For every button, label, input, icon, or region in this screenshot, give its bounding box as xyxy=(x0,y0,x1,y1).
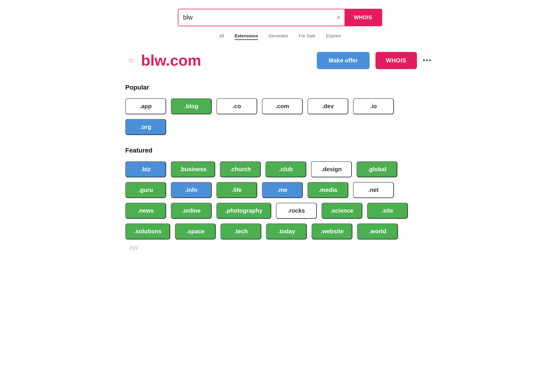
search-whois-button[interactable]: WHOIS xyxy=(345,9,382,26)
ext-world[interactable]: .world xyxy=(357,223,398,239)
ext-rocks[interactable]: .rocks xyxy=(276,203,317,219)
ext-life[interactable]: .life xyxy=(216,182,257,198)
ext-biz[interactable]: .biz xyxy=(125,161,166,177)
nav-tabs: All Extensions Generator For Sale Expire… xyxy=(125,33,435,40)
domain-result-row: ☆ blw.com Make offer WHOIS ••• xyxy=(125,52,435,69)
ext-space[interactable]: .space xyxy=(175,223,216,239)
tab-expired[interactable]: Expired xyxy=(326,33,341,40)
featured-section: Featured .biz .business .church .club .d… xyxy=(125,147,435,251)
ext-photography[interactable]: .photography xyxy=(216,203,271,219)
ext-co[interactable]: .co xyxy=(216,98,257,114)
ext-app[interactable]: .app xyxy=(125,98,166,114)
ext-dev[interactable]: .dev xyxy=(307,98,348,114)
ext-com[interactable]: .com xyxy=(262,98,303,114)
tab-extensions[interactable]: Extensions xyxy=(235,33,258,40)
page-wrapper: ✕ WHOIS All Extensions Generator For Sal… xyxy=(119,0,441,271)
ext-news[interactable]: .news xyxy=(125,203,166,219)
tab-for-sale[interactable]: For Sale xyxy=(299,33,315,40)
ext-club[interactable]: .club xyxy=(265,161,306,177)
search-input[interactable] xyxy=(178,10,333,25)
ext-design[interactable]: .design xyxy=(311,161,352,177)
popular-section: Popular .app .blog .co .com .dev .io .or… xyxy=(125,84,435,135)
popular-title: Popular xyxy=(125,84,435,91)
ext-global[interactable]: .global xyxy=(356,161,397,177)
ext-org[interactable]: .org xyxy=(125,119,166,135)
ext-net[interactable]: .net xyxy=(353,182,394,198)
popular-grid: .app .blog .co .com .dev .io xyxy=(125,98,435,114)
ext-business[interactable]: .business xyxy=(171,161,215,177)
ext-me[interactable]: .me xyxy=(262,182,303,198)
ext-online[interactable]: .online xyxy=(171,203,212,219)
ext-site[interactable]: .site xyxy=(367,203,408,219)
ext-blog[interactable]: .blog xyxy=(171,98,212,114)
ext-xyz-partial: .xyz xyxy=(125,240,139,251)
search-clear-button[interactable]: ✕ xyxy=(333,14,345,21)
more-options-button[interactable]: ••• xyxy=(423,56,432,64)
domain-name: blw.com xyxy=(141,52,311,69)
ext-media[interactable]: .media xyxy=(307,182,348,198)
make-offer-button[interactable]: Make offer xyxy=(317,52,369,69)
search-container: ✕ WHOIS xyxy=(178,9,382,26)
ext-church[interactable]: .church xyxy=(220,161,261,177)
ext-today[interactable]: .today xyxy=(266,223,307,239)
ext-science[interactable]: .science xyxy=(321,203,362,219)
tab-generator[interactable]: Generator xyxy=(269,33,288,40)
featured-grid: .biz .business .church .club .design .gl… xyxy=(125,161,435,239)
ext-tech[interactable]: .tech xyxy=(220,223,261,239)
ext-website[interactable]: .website xyxy=(312,223,352,239)
ext-io[interactable]: .io xyxy=(353,98,394,114)
ext-solutions[interactable]: .solutions xyxy=(125,223,170,239)
ext-guru[interactable]: .guru xyxy=(125,182,166,198)
favorite-star-icon[interactable]: ☆ xyxy=(128,57,134,64)
ext-info[interactable]: .info xyxy=(171,182,212,198)
tab-all[interactable]: All xyxy=(219,33,224,40)
featured-title: Featured xyxy=(125,147,435,154)
whois-button[interactable]: WHOIS xyxy=(375,52,417,69)
search-row: ✕ WHOIS xyxy=(125,9,435,26)
